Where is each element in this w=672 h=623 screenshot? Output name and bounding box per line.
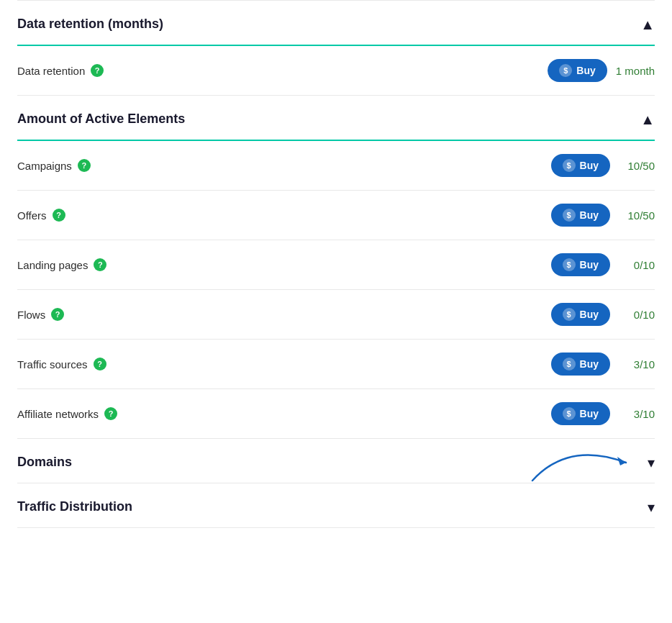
row-right-affiliate-networks: $ Buy 3/10 [551, 402, 655, 425]
dollar-icon-traffic-sources: $ [563, 358, 576, 370]
section-domains: Domains ▾ [17, 439, 655, 483]
chevron-active-elements: ▲ [640, 112, 655, 127]
label-text-affiliate-networks: Affiliate networks [17, 408, 99, 420]
section-data-retention: Data retention (months) ▲ Data retention… [17, 1, 655, 96]
help-icon-landing-pages[interactable]: ? [94, 258, 106, 271]
chevron-data-retention: ▲ [640, 17, 655, 32]
buy-button-landing-pages[interactable]: $ Buy [551, 253, 610, 276]
value-landing-pages: 0/10 [619, 259, 655, 271]
value-campaigns: 10/50 [619, 160, 655, 172]
buy-label-flows: Buy [580, 309, 599, 320]
row-data-retention: Data retention ? $ Buy 1 month [17, 46, 655, 95]
buy-label-offers: Buy [580, 209, 599, 221]
row-offers: Offers ? $ Buy 10/50 [17, 191, 655, 240]
value-traffic-sources: 3/10 [619, 358, 655, 370]
row-right-campaigns: $ Buy 10/50 [551, 154, 655, 177]
help-icon-offers[interactable]: ? [53, 209, 65, 222]
buy-button-offers[interactable]: $ Buy [551, 204, 610, 227]
page-container: Data retention (months) ▲ Data retention… [0, 0, 672, 528]
dollar-icon-campaigns: $ [563, 159, 576, 172]
chevron-domains: ▾ [648, 455, 655, 470]
value-affiliate-networks: 3/10 [619, 408, 655, 420]
label-text-landing-pages: Landing pages [17, 259, 88, 271]
row-label-data-retention: Data retention ? [17, 64, 104, 77]
help-icon-flows[interactable]: ? [51, 308, 64, 321]
row-right-data-retention: $ Buy 1 month [548, 59, 655, 82]
section-title-data-retention: Data retention (months) [17, 17, 163, 32]
section-title-domains: Domains [17, 455, 72, 470]
row-right-flows: $ Buy 0/10 [551, 303, 655, 326]
buy-label-landing-pages: Buy [580, 259, 599, 270]
row-label-landing-pages: Landing pages ? [17, 258, 106, 271]
row-right-traffic-sources: $ Buy 3/10 [551, 353, 655, 376]
section-title-traffic-distribution: Traffic Distribution [17, 499, 132, 514]
dollar-icon-offers: $ [563, 209, 576, 222]
help-icon-affiliate-networks[interactable]: ? [104, 407, 117, 420]
row-landing-pages: Landing pages ? $ Buy 0/10 [17, 240, 655, 290]
value-data-retention: 1 month [616, 65, 655, 77]
section-traffic-distribution: Traffic Distribution ▾ [17, 483, 655, 528]
section-header-domains[interactable]: Domains ▾ [17, 439, 655, 483]
help-icon-campaigns[interactable]: ? [78, 159, 91, 172]
buy-button-affiliate-networks[interactable]: $ Buy [551, 402, 610, 425]
dollar-icon-flows: $ [563, 308, 576, 321]
dollar-icon-affiliate-networks: $ [563, 407, 576, 420]
row-campaigns: Campaigns ? $ Buy 10/50 [17, 141, 655, 191]
svg-marker-0 [617, 457, 626, 465]
label-text-offers: Offers [17, 209, 47, 222]
row-label-traffic-sources: Traffic sources ? [17, 358, 106, 370]
row-label-offers: Offers ? [17, 209, 65, 222]
value-flows: 0/10 [619, 309, 655, 321]
label-text-campaigns: Campaigns [17, 160, 72, 172]
value-offers: 10/50 [619, 209, 655, 222]
label-text-traffic-sources: Traffic sources [17, 358, 88, 370]
buy-label-affiliate-networks: Buy [580, 408, 599, 419]
section-active-elements: Amount of Active Elements ▲ Campaigns ? … [17, 96, 655, 439]
buy-button-data-retention[interactable]: $ Buy [548, 59, 607, 82]
row-right-landing-pages: $ Buy 0/10 [551, 253, 655, 276]
row-affiliate-networks: Affiliate networks ? $ Buy 3/10 [17, 389, 655, 438]
row-label-affiliate-networks: Affiliate networks ? [17, 407, 117, 420]
buy-button-campaigns[interactable]: $ Buy [551, 154, 610, 177]
help-icon-traffic-sources[interactable]: ? [94, 358, 106, 370]
arrow-annotation [525, 441, 640, 488]
section-header-data-retention[interactable]: Data retention (months) ▲ [17, 1, 655, 45]
section-title-active-elements: Amount of Active Elements [17, 112, 185, 127]
buy-button-traffic-sources[interactable]: $ Buy [551, 353, 610, 376]
dollar-icon-data-retention: $ [559, 64, 572, 77]
row-flows: Flows ? $ Buy 0/10 [17, 290, 655, 340]
chevron-traffic-distribution: ▾ [648, 500, 655, 514]
row-label-campaigns: Campaigns ? [17, 159, 91, 172]
help-icon-data-retention[interactable]: ? [91, 64, 104, 77]
buy-label-traffic-sources: Buy [580, 358, 599, 370]
row-label-flows: Flows ? [17, 308, 64, 321]
buy-label-data-retention: Buy [576, 65, 595, 76]
row-right-offers: $ Buy 10/50 [551, 204, 655, 227]
dollar-icon-landing-pages: $ [563, 258, 576, 271]
buy-button-flows[interactable]: $ Buy [551, 303, 610, 326]
buy-label-campaigns: Buy [580, 160, 599, 171]
section-header-active-elements[interactable]: Amount of Active Elements ▲ [17, 96, 655, 140]
label-text-flows: Flows [17, 309, 45, 321]
label-text-data-retention: Data retention [17, 65, 85, 77]
section-header-traffic-distribution[interactable]: Traffic Distribution ▾ [17, 483, 655, 527]
row-traffic-sources: Traffic sources ? $ Buy 3/10 [17, 340, 655, 389]
